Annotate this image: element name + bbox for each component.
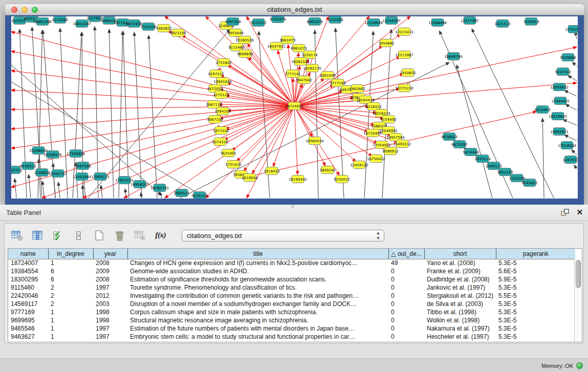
network-window[interactable]: citations_edges.txt 18724007275184242975… [5, 4, 584, 205]
table-cell[interactable]: Nakamura et al. (1997) [424, 324, 496, 333]
table-cell[interactable]: Wolkin et al. (1998) [424, 316, 496, 324]
network-canvas[interactable]: 1872400727518424297512109410494472052427… [11, 16, 578, 199]
graph-node[interactable]: 2935114 [474, 155, 491, 163]
float-panel-icon[interactable] [561, 209, 569, 216]
table-cell[interactable]: Corpus callosum shape and size in male p… [127, 308, 388, 316]
table-cell[interactable]: 5.3E-5 [496, 308, 575, 316]
graph-node[interactable]: 4150511 [20, 162, 36, 170]
table-cell[interactable]: Changes of HCN gene expression and I(f) … [127, 259, 388, 267]
graph-node[interactable]: 11548498 [428, 19, 447, 27]
graph-node[interactable]: 12217987 [461, 17, 479, 25]
graph-node[interactable]: 7515526 [140, 23, 157, 31]
table-row[interactable]: 977716911998Corpus callosum shape and si… [8, 308, 575, 316]
table-cell[interactable]: 1998 [93, 308, 127, 316]
table-row[interactable]: 1456911722003Disruption of a novel membe… [8, 300, 575, 308]
table-cell[interactable]: 5.5E-5 [496, 292, 575, 300]
table-row[interactable]: 969969511998Structural magnetic resonanc… [8, 316, 575, 324]
table-cell[interactable]: 9699695 [8, 316, 48, 324]
graph-node[interactable]: 1021513 [494, 20, 510, 28]
graph-node[interactable]: 15942757 [49, 170, 67, 178]
table-cell[interactable]: Franke et al. (2009) [424, 267, 496, 275]
graph-node[interactable]: 12215413 [395, 28, 413, 36]
graph-node[interactable]: 17359928 [67, 150, 85, 158]
close-panel-icon[interactable]: ✕ [576, 208, 583, 216]
graph-node[interactable]: 2133260 [52, 16, 68, 24]
minimize-window-button[interactable] [21, 7, 28, 13]
graph-node[interactable]: 9329966 [560, 54, 576, 61]
table-row[interactable]: 1872400712008Changes of HCN gene express… [8, 259, 575, 267]
table-cell[interactable]: Tibbo et al. (1998) [424, 308, 496, 316]
table-selector-dropdown[interactable]: citations_edges.txt ▲▼ [182, 230, 384, 242]
table-cell[interactable]: 0 [388, 292, 424, 300]
graph-node[interactable]: 4275122 [213, 91, 229, 99]
table-cell[interactable]: 6 [48, 267, 93, 275]
delete-column-icon[interactable] [113, 229, 126, 242]
table-cell[interactable]: 49 [388, 259, 424, 267]
table-cell[interactable]: de Silva et al. (2003) [424, 300, 496, 308]
table-cell[interactable]: 22420046 [8, 292, 48, 300]
new-column-icon[interactable] [93, 229, 106, 242]
graph-node[interactable]: 9955849 [227, 29, 243, 37]
graph-node[interactable]: 9245022 [521, 179, 537, 187]
table-cell[interactable]: 2 [48, 283, 93, 292]
graph-node[interactable]: 9861073 [279, 36, 295, 44]
table-cell[interactable]: 2 [48, 292, 93, 300]
column-header-pagerank[interactable]: pagerank [496, 249, 575, 259]
table-cell[interactable]: 5.3E-5 [496, 300, 575, 308]
graph-node[interactable]: 19384554 [306, 137, 324, 145]
table-cell[interactable]: 5.6E-5 [496, 267, 575, 275]
graph-node[interactable]: 12444415 [551, 97, 570, 105]
graph-node[interactable]: 9397588 [75, 162, 91, 170]
table-cell[interactable]: 18724007 [8, 259, 48, 267]
graph-node[interactable]: 4671938 [126, 20, 142, 28]
graph-node[interactable]: 9227343 [555, 68, 571, 76]
table-cell[interactable]: 9465546 [8, 324, 48, 333]
table-cell[interactable]: 0 [388, 283, 424, 292]
graph-node[interactable]: 1061049 [319, 72, 335, 79]
table-cell[interactable]: 0 [388, 267, 424, 275]
panel-resize-handle[interactable]: ▲ [291, 205, 295, 208]
graph-node[interactable]: 1619044 [242, 174, 258, 182]
table-cell[interactable]: 0 [388, 308, 424, 316]
graph-node[interactable]: 7463822 [156, 25, 171, 32]
graph-node[interactable]: 12260528 [235, 36, 254, 44]
graph-node[interactable]: 1054881 [378, 39, 394, 47]
table-cell[interactable]: 5.3E-5 [496, 316, 575, 324]
table-cell[interactable]: 1997 [93, 283, 127, 292]
table-cell[interactable]: 1997 [93, 333, 127, 341]
table-cell[interactable]: 18300295 [8, 275, 48, 283]
table-cell[interactable]: 19384554 [8, 267, 48, 275]
function-builder-icon[interactable]: f(x) [154, 229, 167, 242]
graph-node[interactable]: 1873101 [213, 127, 229, 135]
graph-node[interactable]: 6873197 [451, 141, 467, 148]
table-row[interactable]: 946362711997Embryonic stem cells: a mode… [8, 333, 575, 341]
graph-node[interactable]: 9245012 [334, 176, 350, 183]
graph-node[interactable]: 4297512 [208, 70, 224, 78]
table-cell[interactable]: 5.3E-5 [496, 333, 575, 341]
graph-node[interactable]: 9699695 [237, 50, 253, 58]
graph-node[interactable]: 13775150 [395, 84, 413, 92]
table-cell[interactable]: Disruption of a novel member of a sodium… [127, 300, 388, 308]
table-cell[interactable]: 6 [48, 275, 93, 283]
table-cell[interactable]: 1 [48, 324, 93, 333]
graph-node[interactable]: 16648784 [444, 53, 463, 60]
graph-node[interactable]: 1527602 [86, 16, 102, 22]
graph-node[interactable]: 2751842 [215, 59, 231, 67]
table-cell[interactable]: 1 [48, 259, 93, 267]
memory-indicator[interactable] [576, 362, 583, 369]
zoom-window-button[interactable] [32, 7, 38, 13]
table-cell[interactable]: Estimation of the future numbers of pati… [127, 324, 388, 333]
column-header-title[interactable]: title [127, 249, 388, 259]
graph-node[interactable]: 3051120 [497, 168, 513, 176]
graph-node[interactable]: 1897304 [225, 18, 241, 26]
graph-node[interactable]: 12154049 [364, 19, 383, 27]
graph-node[interactable]: 9474444 [463, 148, 479, 156]
graph-node[interactable]: 10653287 [73, 20, 91, 28]
table-cell[interactable]: Dudbridge et al. (2008) [424, 275, 496, 283]
graph-node[interactable]: 3067102 [207, 116, 223, 123]
table-row[interactable]: 2242004622012Investigating the contribut… [8, 292, 575, 300]
table-cell[interactable]: 9777169 [8, 308, 48, 316]
table-row[interactable]: 946554611997Estimation of the future num… [8, 324, 575, 333]
table-cell[interactable]: Hescheler et al. (1997) [424, 333, 496, 341]
graph-node[interactable]: 16210643 [549, 113, 567, 120]
